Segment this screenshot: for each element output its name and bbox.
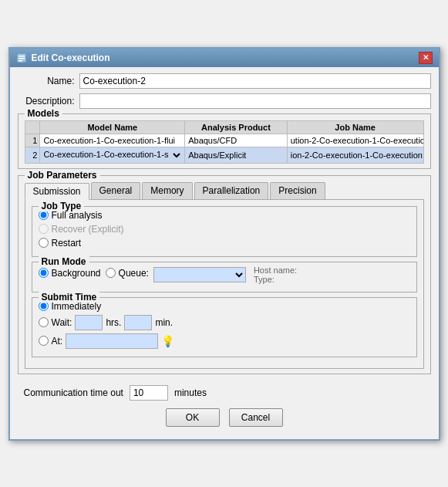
- tabs-container: Submission General Memory Parallelizatio…: [25, 182, 424, 369]
- row-job-1: ution-2-Co-execution-1-Co-executio: [287, 134, 423, 147]
- bulb-icon: 💡: [161, 335, 174, 347]
- model-dropdown[interactable]: [170, 149, 183, 161]
- radio-at-input[interactable]: [39, 336, 49, 346]
- col-num-header: [25, 120, 40, 134]
- radio-queue-input[interactable]: [106, 268, 116, 278]
- comm-timeout-input[interactable]: [130, 385, 168, 401]
- tab-content: Job Type Full analysis Recover (Explicit…: [25, 199, 424, 369]
- type-label: Type:: [254, 275, 297, 284]
- host-type-block: Host name: Type:: [254, 265, 297, 284]
- title-bar-left: Edit Co-execution: [16, 52, 110, 63]
- row-num-2: 2: [25, 147, 40, 163]
- submit-time-title: Submit Time: [39, 292, 100, 303]
- col-job-header: Job Name: [287, 120, 423, 134]
- radio-wait-label: Wait:: [52, 317, 72, 328]
- desc-label: Description:: [18, 96, 79, 107]
- svg-rect-2: [19, 58, 25, 59]
- description-row: Description:: [18, 93, 431, 109]
- job-type-options: Full analysis Recover (Explicit) Restart: [39, 210, 410, 249]
- col-model-header: Model Name: [40, 120, 185, 134]
- close-button[interactable]: ✕: [419, 52, 433, 64]
- models-table: Model Name Analysis Product Job Name 1 C…: [25, 120, 424, 164]
- tab-parallelization[interactable]: Parallelization: [194, 182, 269, 199]
- at-time-input[interactable]: [66, 333, 158, 349]
- radio-at-label: At:: [52, 336, 63, 347]
- submit-time-options: Immediately Wait: hrs. min.: [39, 301, 410, 349]
- name-label: Name:: [18, 76, 79, 86]
- tab-memory[interactable]: Memory: [142, 182, 192, 199]
- table-row[interactable]: 1 Co-execution-1-Co-execution-1-flui Aba…: [25, 134, 423, 147]
- run-mode-row: Background Queue: Host name: Type:: [39, 265, 410, 284]
- radio-restart-label: Restart: [52, 238, 82, 249]
- row-model-2: Co-execution-1-Co-execution-1-s: [40, 147, 185, 163]
- radio-queue[interactable]: Queue:: [106, 268, 149, 279]
- row-analysis-1: Abaqus/CFD: [185, 134, 288, 147]
- title-bar: Edit Co-execution ✕: [10, 49, 439, 67]
- button-row: OK Cancel: [18, 405, 431, 433]
- svg-rect-3: [19, 60, 22, 62]
- tab-precision[interactable]: Precision: [270, 182, 325, 199]
- min-label: min.: [155, 317, 173, 328]
- job-type-group: Job Type Full analysis Recover (Explicit…: [32, 206, 417, 257]
- radio-recover: Recover (Explicit): [39, 224, 410, 235]
- row-job-2: ion-2-Co-execution-1-Co-execution: [287, 147, 423, 163]
- name-input[interactable]: [79, 73, 431, 89]
- dialog-icon: [16, 52, 27, 63]
- wait-row: Wait: hrs. min.: [39, 315, 410, 330]
- dialog-body: Name: Description: Models Model Name Ana…: [10, 67, 439, 439]
- tab-submission[interactable]: Submission: [25, 183, 89, 200]
- radio-background-input[interactable]: [39, 268, 49, 278]
- models-group-title: Models: [25, 108, 62, 119]
- description-input[interactable]: [79, 93, 431, 109]
- table-row[interactable]: 2 Co-execution-1-Co-execution-1-s Abaqus…: [25, 147, 423, 163]
- radio-immediately-label: Immediately: [52, 301, 102, 312]
- comm-timeout-label: Communication time out: [24, 387, 123, 398]
- models-group: Models Model Name Analysis Product Job N…: [18, 113, 431, 169]
- cancel-button[interactable]: Cancel: [229, 408, 283, 427]
- comm-timeout-row: Communication time out minutes: [18, 380, 431, 405]
- svg-rect-1: [19, 56, 25, 57]
- at-row: At: 💡: [39, 333, 410, 349]
- job-params-group: Job Parameters Submission General Memory…: [18, 175, 431, 374]
- tab-general[interactable]: General: [91, 182, 141, 199]
- row-num-1: 1: [25, 134, 40, 147]
- run-mode-title: Run Mode: [39, 256, 89, 267]
- tab-bar: Submission General Memory Parallelizatio…: [25, 182, 424, 199]
- radio-at[interactable]: At:: [39, 336, 63, 347]
- edit-coexecution-dialog: Edit Co-execution ✕ Name: Description: M…: [8, 47, 440, 441]
- ok-button[interactable]: OK: [166, 408, 220, 427]
- row-model-1: Co-execution-1-Co-execution-1-flui: [40, 134, 185, 147]
- radio-restart-input[interactable]: [39, 238, 49, 248]
- radio-full-analysis-label: Full analysis: [52, 210, 103, 221]
- radio-full-analysis[interactable]: Full analysis: [39, 210, 410, 221]
- dialog-title: Edit Co-execution: [32, 52, 110, 63]
- radio-recover-label: Recover (Explicit): [52, 224, 124, 235]
- hrs-input[interactable]: [75, 315, 103, 330]
- row-analysis-2: Abaqus/Explicit: [185, 147, 288, 163]
- host-name-label: Host name:: [254, 265, 297, 275]
- radio-restart[interactable]: Restart: [39, 238, 410, 249]
- radio-wait-input[interactable]: [39, 317, 49, 327]
- run-mode-group: Run Mode Background Queue:: [32, 262, 417, 293]
- radio-full-analysis-input[interactable]: [39, 210, 49, 220]
- radio-immediately-input[interactable]: [39, 301, 49, 311]
- radio-queue-label: Queue:: [119, 268, 149, 279]
- comm-timeout-unit: minutes: [174, 387, 207, 398]
- col-analysis-header: Analysis Product: [185, 120, 288, 134]
- queue-select[interactable]: [153, 267, 246, 282]
- radio-recover-input: [39, 224, 49, 234]
- hrs-label: hrs.: [106, 317, 121, 328]
- name-row: Name:: [18, 73, 431, 89]
- radio-background[interactable]: Background: [39, 268, 101, 279]
- radio-background-label: Background: [52, 268, 101, 279]
- job-type-title: Job Type: [39, 201, 85, 211]
- min-input[interactable]: [124, 315, 152, 330]
- submit-time-group: Submit Time Immediately Wait:: [32, 297, 417, 357]
- job-params-title: Job Parameters: [25, 170, 100, 181]
- radio-immediately[interactable]: Immediately: [39, 301, 410, 312]
- radio-wait[interactable]: Wait:: [39, 317, 72, 328]
